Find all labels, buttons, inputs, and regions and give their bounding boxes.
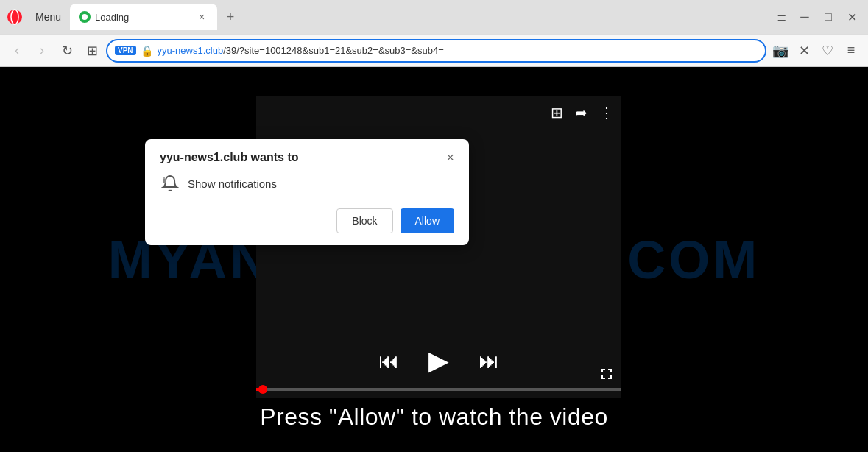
grid-view-button[interactable]: ⊞: [81, 40, 103, 62]
clear-button[interactable]: ✕: [793, 40, 815, 62]
tab-title: Loading: [95, 12, 191, 23]
bookmark-button[interactable]: ♡: [816, 40, 839, 62]
opera-logo-icon: [6, 8, 24, 26]
forward-button[interactable]: ›: [31, 40, 53, 62]
notification-icon: [160, 173, 180, 194]
nav-bar: ‹ › ↻ ⊞ VPN 🔒 yyu-news1.club/39/?site=10…: [0, 34, 868, 66]
progress-fill: [256, 388, 264, 391]
permission-label: Show notifications: [188, 177, 277, 190]
camera-button[interactable]: 📷: [769, 40, 791, 62]
dialog-actions: Block Allow: [160, 208, 454, 233]
maximize-button[interactable]: □: [818, 7, 839, 27]
active-tab[interactable]: Loading ×: [70, 4, 217, 30]
share-button[interactable]: ➦: [575, 104, 588, 121]
svg-rect-2: [163, 179, 166, 183]
lock-icon: 🔒: [141, 45, 153, 57]
progress-dot: [258, 385, 267, 394]
dialog-header: yyu-news1.club wants to ×: [160, 151, 454, 164]
close-window-button[interactable]: ✕: [841, 7, 862, 27]
new-tab-button[interactable]: +: [220, 7, 241, 27]
nav-actions: 📷 ✕ ♡ ≡: [769, 40, 862, 62]
sidebar-button[interactable]: ≡: [840, 40, 862, 62]
dialog-title: yyu-news1.club wants to: [160, 151, 298, 164]
back-button[interactable]: ‹: [6, 40, 28, 62]
tab-favicon-icon: [79, 11, 91, 23]
filter-icon[interactable]: ≡̄: [771, 7, 791, 27]
notification-dialog: yyu-news1.club wants to × Show notificat…: [145, 139, 469, 245]
url-path: /39/?site=1001248&sub1=21&sub2=&sub3=&su…: [223, 45, 444, 56]
browser-chrome: Menu Loading × + ≡̄ ─ □ ✕ ‹ › ↻ ⊞ VPN 🔒 …: [0, 0, 868, 67]
menu-button[interactable]: Menu: [29, 8, 67, 26]
url-domain: yyu-news1.club: [158, 45, 224, 56]
url-text: yyu-news1.club/39/?site=1001248&sub1=21&…: [158, 45, 758, 56]
tab-bar: Menu Loading × + ≡̄ ─ □ ✕: [0, 0, 868, 34]
progress-bar[interactable]: [256, 388, 621, 391]
reload-button[interactable]: ↻: [56, 40, 78, 62]
dialog-close-button[interactable]: ×: [446, 151, 454, 164]
play-button[interactable]: ▶: [428, 345, 449, 376]
svg-point-1: [11, 10, 18, 24]
minimize-button[interactable]: ─: [794, 7, 815, 27]
video-controls: ⏮ ▶ ⏭: [256, 345, 621, 376]
next-button[interactable]: ⏭: [479, 349, 499, 373]
prev-button[interactable]: ⏮: [378, 349, 399, 373]
video-top-controls: ⊞ ➦ ⋮: [551, 104, 614, 121]
more-options-button[interactable]: ⋮: [599, 104, 614, 121]
block-button[interactable]: Block: [336, 208, 392, 233]
allow-button[interactable]: Allow: [401, 208, 454, 233]
press-allow-text: Press "Allow" to watch the video: [0, 403, 868, 431]
tab-close-button[interactable]: ×: [195, 10, 208, 24]
video-btn-row: ⏮ ▶ ⏭: [378, 345, 499, 376]
add-to-queue-button[interactable]: ⊞: [551, 104, 563, 121]
page-content: MYANTISPYWARE.COM ⊞ ➦ ⋮ ⏮ ▶ ⏭: [0, 67, 868, 452]
window-controls: ≡̄ ─ □ ✕: [771, 7, 862, 27]
vpn-badge: VPN: [115, 46, 136, 55]
dialog-permission-row: Show notifications: [160, 173, 454, 194]
address-bar[interactable]: VPN 🔒 yyu-news1.club/39/?site=1001248&su…: [106, 39, 766, 63]
fullscreen-button[interactable]: [599, 367, 614, 385]
